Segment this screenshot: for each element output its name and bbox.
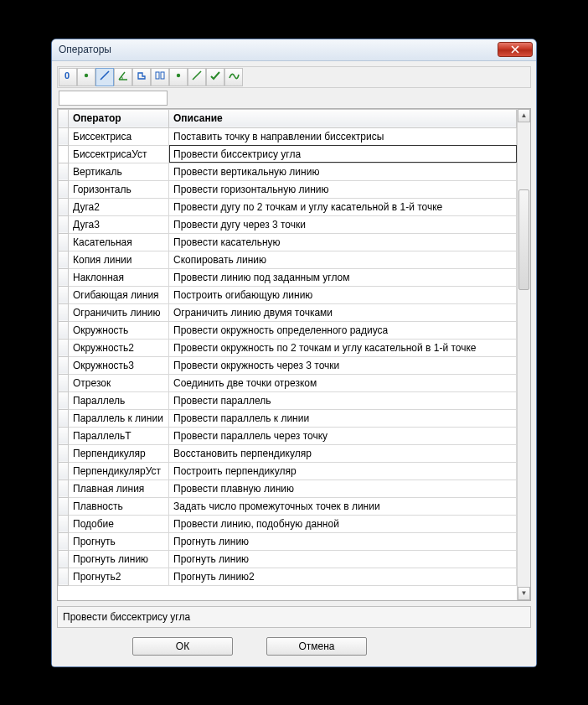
row-selector[interactable] (59, 374, 69, 391)
cell-operator[interactable]: БиссектрисаУст (69, 145, 169, 163)
row-header-col[interactable] (59, 109, 69, 127)
row-selector[interactable] (59, 233, 69, 251)
table-row[interactable]: КасательнаяПровести касательную (59, 233, 517, 251)
cell-operator[interactable]: Параллель к линии (69, 409, 169, 427)
table-row[interactable]: Огибающая линияПостроить огибающую линию (59, 286, 517, 303)
row-selector[interactable] (59, 409, 69, 427)
cell-description[interactable]: Построить перпендикуляр (169, 462, 517, 480)
table-row[interactable]: ВертикальПровести вертикальную линию (59, 163, 517, 180)
row-selector[interactable] (59, 127, 69, 145)
tool-poly[interactable] (132, 68, 151, 86)
cell-operator[interactable]: Подобие (69, 515, 169, 532)
cell-description[interactable]: Соединить две точки отрезком (169, 374, 517, 391)
row-selector[interactable] (59, 198, 69, 215)
cell-operator[interactable]: Прогнуть2 (69, 568, 169, 585)
vertical-scrollbar[interactable]: ▲ ▼ (517, 109, 530, 600)
cell-description[interactable]: Провести параллель через точку (169, 427, 517, 444)
cell-description[interactable]: Прогнуть линию (169, 532, 517, 550)
table-row[interactable]: ПлавностьЗадать число промежуточных точе… (59, 497, 517, 515)
table-row[interactable]: ПрогнутьПрогнуть линию (59, 532, 517, 550)
table-row[interactable]: Дуга3Провести дугу через 3 точки (59, 215, 517, 233)
cell-operator[interactable]: Окружность (69, 321, 169, 339)
row-selector[interactable] (59, 462, 69, 480)
cell-operator[interactable]: Горизонталь (69, 180, 169, 198)
cell-operator[interactable]: Плавная линия (69, 480, 169, 497)
cell-operator[interactable]: ПерпендикулярУст (69, 462, 169, 480)
table-row[interactable]: ПараллельПровести параллель (59, 391, 517, 409)
cell-operator[interactable]: Касательная (69, 233, 169, 251)
row-selector[interactable] (59, 251, 69, 268)
cell-description[interactable]: Провести вертикальную линию (169, 163, 517, 180)
row-selector[interactable] (59, 480, 69, 497)
scroll-track[interactable] (518, 122, 530, 587)
cell-operator[interactable]: ПараллельТ (69, 427, 169, 444)
cell-description[interactable]: Провести горизонтальную линию (169, 180, 517, 198)
cell-operator[interactable]: Окружность2 (69, 339, 169, 356)
search-input[interactable] (59, 91, 168, 106)
cell-description[interactable]: Провести линию под заданным углом (169, 268, 517, 286)
cell-operator[interactable]: Ограничить линию (69, 303, 169, 321)
cell-description[interactable]: Провести параллель к линии (169, 409, 517, 427)
row-selector[interactable] (59, 391, 69, 409)
scroll-up-button[interactable]: ▲ (518, 109, 530, 122)
row-selector[interactable] (59, 303, 69, 321)
cell-operator[interactable]: Параллель (69, 391, 169, 409)
close-button[interactable] (498, 42, 533, 57)
table-row[interactable]: ПерпендикулярУстПостроить перпендикуляр (59, 462, 517, 480)
tool-dot[interactable] (77, 68, 95, 86)
table-row[interactable]: ПараллельТПровести параллель через точку (59, 427, 517, 444)
cell-operator[interactable]: Огибающая линия (69, 286, 169, 303)
row-selector[interactable] (59, 215, 69, 233)
row-selector[interactable] (59, 532, 69, 550)
cell-description[interactable]: Построить огибающую линию (169, 286, 517, 303)
cell-description[interactable]: Провести окружность через 3 точки (169, 356, 517, 374)
row-selector[interactable] (59, 339, 69, 356)
cell-operator[interactable]: Прогнуть (69, 532, 169, 550)
tool-0[interactable]: 0 (59, 68, 77, 86)
cell-operator[interactable]: Дуга3 (69, 215, 169, 233)
table-row[interactable]: ОтрезокСоединить две точки отрезком (59, 374, 517, 391)
cell-operator[interactable]: Окружность3 (69, 356, 169, 374)
operators-grid[interactable]: Оператор Описание БиссектрисаПоставить т… (58, 109, 517, 600)
cell-description[interactable]: Провести плавную линию (169, 480, 517, 497)
col-description[interactable]: Описание (169, 109, 517, 127)
row-selector[interactable] (59, 497, 69, 515)
cell-description[interactable]: Прогнуть линию2 (169, 568, 517, 585)
cell-operator[interactable]: Копия линии (69, 251, 169, 268)
table-row[interactable]: НаклоннаяПровести линию под заданным угл… (59, 268, 517, 286)
row-selector[interactable] (59, 180, 69, 198)
cell-description[interactable]: Скопировать линию (169, 251, 517, 268)
tool-line2[interactable] (188, 68, 206, 86)
row-selector[interactable] (59, 427, 69, 444)
table-row[interactable]: Прогнуть2Прогнуть линию2 (59, 568, 517, 585)
cell-operator[interactable]: Плавность (69, 497, 169, 515)
cell-operator[interactable]: Отрезок (69, 374, 169, 391)
table-row[interactable]: ГоризонтальПровести горизонтальную линию (59, 180, 517, 198)
table-row[interactable]: Ограничить линиюОграничить линию двумя т… (59, 303, 517, 321)
row-selector[interactable] (59, 444, 69, 462)
cell-description[interactable]: Провести окружность по 2 точкам и углу к… (169, 339, 517, 356)
table-row[interactable]: Плавная линияПровести плавную линию (59, 480, 517, 497)
cell-operator[interactable]: Перпендикуляр (69, 444, 169, 462)
cell-description[interactable]: Провести линию, подобную данной (169, 515, 517, 532)
cell-operator[interactable]: Дуга2 (69, 198, 169, 215)
cell-operator[interactable]: Наклонная (69, 268, 169, 286)
table-row[interactable]: БиссектрисаУстПровести биссектрису угла (59, 145, 517, 163)
row-selector[interactable] (59, 515, 69, 532)
cell-description[interactable]: Провести дугу через 3 точки (169, 215, 517, 233)
tool-line[interactable] (95, 68, 114, 86)
row-selector[interactable] (59, 286, 69, 303)
cell-description[interactable]: Прогнуть линию (169, 550, 517, 568)
col-operator[interactable]: Оператор (69, 109, 169, 127)
row-selector[interactable] (59, 321, 69, 339)
table-row[interactable]: Окружность3Провести окружность через 3 т… (59, 356, 517, 374)
cell-description[interactable]: Провести биссектрису угла (169, 145, 517, 163)
row-selector[interactable] (59, 163, 69, 180)
cancel-button[interactable]: Отмена (266, 637, 367, 656)
row-selector[interactable] (59, 356, 69, 374)
table-row[interactable]: ПерпендикулярВосстановить перпендикуляр (59, 444, 517, 462)
table-row[interactable]: Копия линииСкопировать линию (59, 251, 517, 268)
tool-check[interactable] (206, 68, 224, 86)
tool-angle[interactable] (114, 68, 132, 86)
cell-operator[interactable]: Биссектриса (69, 127, 169, 145)
